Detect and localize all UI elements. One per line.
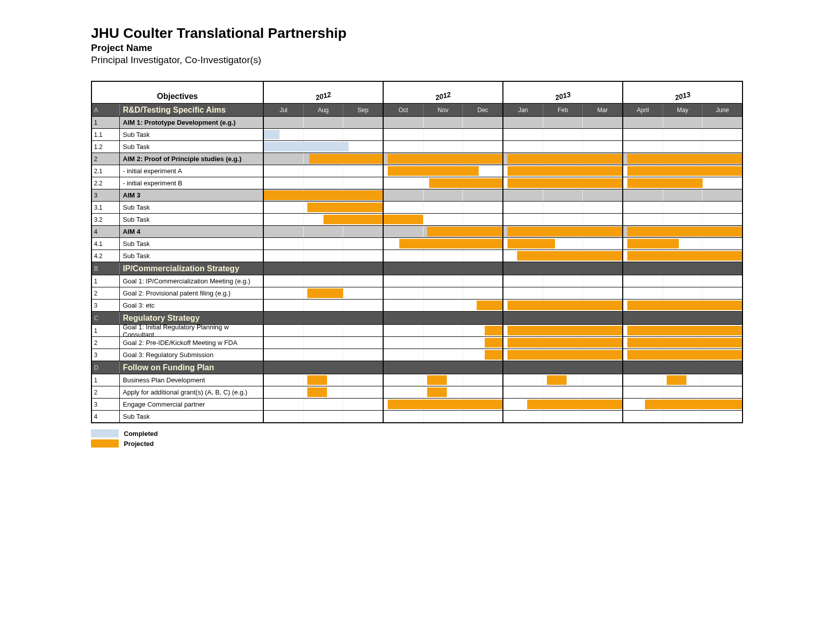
gantt-bar bbox=[427, 227, 502, 236]
task-row: 2Goal 2: Provisional patent filing (e.g.… bbox=[92, 287, 742, 299]
month-header: May bbox=[663, 104, 703, 116]
row-label: Goal 1: Initial Regulatory Planning w Co… bbox=[120, 325, 264, 336]
quarter-group bbox=[623, 399, 742, 410]
quarter-group bbox=[264, 337, 384, 349]
gantt-bar bbox=[507, 227, 622, 236]
quarter-group bbox=[384, 337, 503, 349]
page-title: JHU Coulter Translational Partnership bbox=[91, 25, 743, 41]
task-row: 1Goal 1: Initial Regulatory Planning w C… bbox=[92, 324, 742, 336]
gantt-bar bbox=[307, 387, 327, 397]
gantt-bar bbox=[507, 350, 622, 360]
gantt-bar bbox=[399, 239, 502, 249]
quarter-group bbox=[384, 250, 503, 262]
quarter-group bbox=[264, 312, 384, 324]
quarter-group bbox=[264, 117, 384, 128]
quarter-group bbox=[503, 262, 623, 275]
quarter-group bbox=[623, 312, 742, 324]
legend-completed: Completed bbox=[91, 429, 743, 437]
row-label: Goal 1: IP/Commercialization Meeting (e.… bbox=[120, 275, 264, 287]
gantt-bar bbox=[507, 239, 555, 249]
section-label: Follow on Funding Plan bbox=[120, 361, 264, 374]
quarter-group bbox=[623, 386, 742, 398]
gantt-bar bbox=[627, 166, 742, 176]
quarter-group bbox=[264, 189, 384, 201]
quarter-group bbox=[503, 250, 623, 262]
month-header: Aug bbox=[304, 104, 344, 116]
row-id: 4.2 bbox=[92, 250, 120, 262]
quarter-group bbox=[503, 361, 623, 374]
quarter-group bbox=[264, 374, 384, 386]
quarter-group bbox=[623, 374, 742, 386]
quarter-group bbox=[503, 165, 623, 177]
row-label: Engage Commercial partner bbox=[120, 399, 264, 410]
quarter-group bbox=[264, 177, 384, 189]
gantt-bar bbox=[547, 375, 567, 385]
year-label: 2012 bbox=[264, 82, 384, 103]
quarter-group bbox=[264, 325, 384, 336]
gantt-bar bbox=[627, 154, 742, 164]
gantt-bar bbox=[627, 350, 742, 360]
quarter-group bbox=[264, 226, 384, 237]
task-row: 1.2Sub Task bbox=[92, 140, 742, 153]
row-label: Sub Task bbox=[120, 214, 264, 225]
row-id: 3 bbox=[92, 300, 120, 311]
row-id: 3 bbox=[92, 189, 120, 201]
quarter-group bbox=[503, 399, 623, 410]
section-id: C bbox=[92, 312, 120, 324]
quarter-group bbox=[384, 141, 503, 153]
quarter-group bbox=[623, 153, 742, 165]
row-label: Goal 3: etc bbox=[120, 300, 264, 311]
quarter-group bbox=[623, 287, 742, 299]
gantt-bar bbox=[627, 227, 742, 236]
quarter-group bbox=[503, 238, 623, 250]
row-id: 1 bbox=[92, 325, 120, 336]
year-label: 2013 bbox=[623, 82, 742, 103]
quarter-group bbox=[264, 386, 384, 398]
section-id-cell: A bbox=[92, 104, 120, 116]
quarter-group bbox=[264, 202, 384, 213]
objectives-header: Objectives bbox=[92, 82, 264, 103]
quarter-group bbox=[623, 129, 742, 140]
aim-row: 1AIM 1: Prototype Development (e.g.) bbox=[92, 116, 742, 128]
quarter-group bbox=[384, 386, 503, 398]
quarter-group bbox=[384, 117, 503, 128]
quarter-group bbox=[503, 214, 623, 225]
gantt-bar bbox=[264, 142, 349, 152]
quarter-group bbox=[503, 275, 623, 287]
header-row-months: AR&D/Testing Specific AimsJulAugSepOctNo… bbox=[92, 103, 742, 116]
row-id: 2 bbox=[92, 386, 120, 398]
gantt-bar bbox=[627, 251, 742, 261]
quarter-group bbox=[384, 349, 503, 361]
aim-row: 4AIM 4 bbox=[92, 225, 742, 237]
quarter-group bbox=[264, 262, 384, 275]
legend-swatch-completed bbox=[91, 429, 119, 437]
quarter-group: JanFebMar bbox=[503, 104, 623, 116]
quarter-group bbox=[264, 300, 384, 311]
row-label: AIM 1: Prototype Development (e.g.) bbox=[120, 117, 264, 128]
task-row: 3Goal 3: etc bbox=[92, 299, 742, 311]
quarter-group bbox=[264, 165, 384, 177]
row-id: 3.1 bbox=[92, 202, 120, 213]
quarter-group bbox=[384, 202, 503, 213]
quarter-group bbox=[623, 238, 742, 250]
quarter-group bbox=[384, 129, 503, 140]
quarter-group bbox=[503, 386, 623, 398]
quarter-group bbox=[623, 361, 742, 374]
quarter-group bbox=[384, 361, 503, 374]
gantt-bar bbox=[627, 178, 703, 188]
quarter-group bbox=[384, 275, 503, 287]
task-row: 1Goal 1: IP/Commercialization Meeting (e… bbox=[92, 275, 742, 287]
quarter-group bbox=[264, 399, 384, 410]
section-header: DFollow on Funding Plan bbox=[92, 361, 742, 374]
row-label: AIM 4 bbox=[120, 226, 264, 237]
gantt-bar bbox=[384, 215, 423, 224]
gantt-bar bbox=[627, 338, 742, 348]
row-id: 1.2 bbox=[92, 141, 120, 153]
task-row: 1.1Sub Task bbox=[92, 128, 742, 140]
gantt-bar bbox=[507, 178, 622, 188]
task-row: 2.1 - initial experiment A bbox=[92, 165, 742, 177]
quarter-group bbox=[623, 300, 742, 311]
page-subtitle: Project Name bbox=[91, 42, 743, 54]
quarter-group bbox=[264, 153, 384, 165]
section-header: BIP/Commercialization Strategy bbox=[92, 262, 742, 275]
